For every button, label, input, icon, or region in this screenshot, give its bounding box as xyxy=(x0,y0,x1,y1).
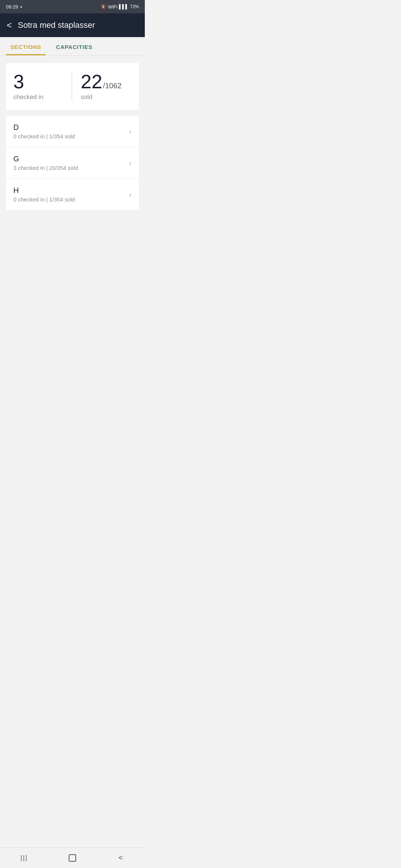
back-button[interactable]: < xyxy=(7,20,12,30)
section-detail-h: 0 checked in | 1/354 sold xyxy=(13,196,129,203)
section-item-g[interactable]: G 3 checked in | 20/354 sold › xyxy=(6,147,139,179)
section-detail-d: 0 checked in | 1/354 sold xyxy=(13,133,129,139)
tab-sections[interactable]: SECTIONS xyxy=(6,37,46,55)
summary-sold: 22 /1062 sold xyxy=(72,72,132,101)
section-name-h: H xyxy=(13,186,129,195)
section-detail-g: 3 checked in | 20/354 sold xyxy=(13,165,129,171)
tabs-bar: SECTIONS CAPACITIES xyxy=(0,37,145,56)
section-name-g: G xyxy=(13,155,129,163)
status-icons: 🔇 WiFi ▌▌▌ 72% xyxy=(101,4,139,10)
checked-in-label: checked in xyxy=(13,93,64,101)
wifi-icon: WiFi xyxy=(108,4,117,10)
page-title: Sotra med staplasser xyxy=(18,20,95,30)
section-list: D 0 checked in | 1/354 sold › G 3 checke… xyxy=(6,116,139,210)
section-item-d[interactable]: D 0 checked in | 1/354 sold › xyxy=(6,116,139,147)
chevron-icon-g: › xyxy=(129,159,131,167)
summary-box: 3 checked in 22 /1062 sold xyxy=(6,63,139,110)
checked-in-count: 3 xyxy=(13,72,64,91)
signal-icon: ▌▌▌ xyxy=(119,4,128,9)
tab-capacities[interactable]: CAPACITIES xyxy=(52,37,97,55)
sold-count: 22 xyxy=(81,72,102,91)
header: < Sotra med staplasser xyxy=(0,13,145,37)
mute-icon: 🔇 xyxy=(101,4,106,9)
chevron-icon-d: › xyxy=(129,127,131,136)
battery-indicator: 72% xyxy=(130,4,139,9)
sold-label: sold xyxy=(81,93,132,101)
sold-total: /1062 xyxy=(103,82,121,90)
chevron-icon-h: › xyxy=(129,190,131,199)
summary-checked-in: 3 checked in xyxy=(13,72,72,101)
status-time: 09:29 ▪ xyxy=(6,4,22,10)
status-bar: 09:29 ▪ 🔇 WiFi ▌▌▌ 72% xyxy=(0,0,145,13)
section-name-d: D xyxy=(13,123,129,132)
section-item-h[interactable]: H 0 checked in | 1/354 sold › xyxy=(6,179,139,210)
main-content: 3 checked in 22 /1062 sold D 0 checked i… xyxy=(0,63,145,236)
